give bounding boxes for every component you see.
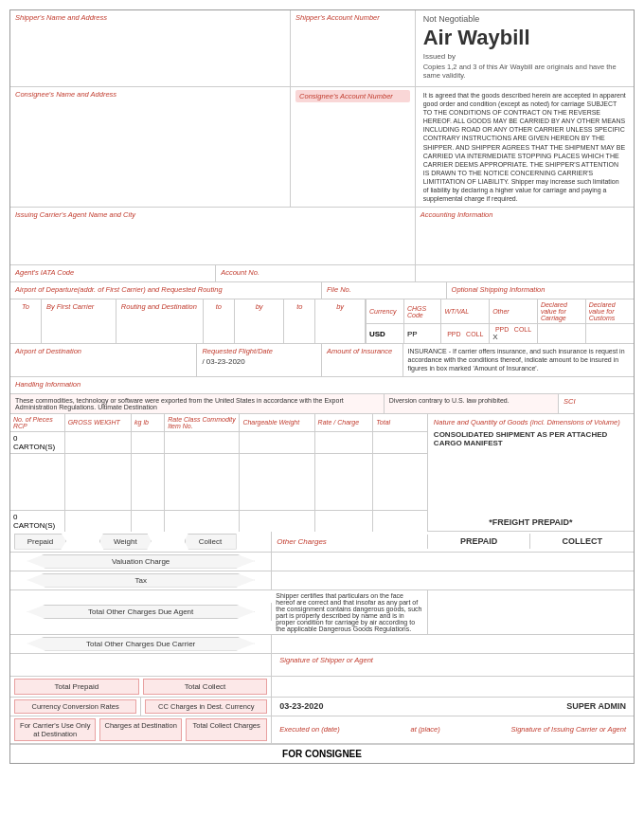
amount-insurance-label: Amount of Insurance — [327, 347, 398, 355]
awb-form: Shipper's Name and Address Shipper's Acc… — [9, 9, 635, 764]
by2-label: by — [240, 302, 279, 311]
total-header: Total — [373, 414, 427, 432]
currency-value: USD — [367, 324, 403, 344]
diversion-text: Diversion contrary to U.S. law prohibite… — [389, 397, 553, 404]
declared-carriage-label: Declared value for Carriage — [541, 301, 582, 321]
rate-class-header: Rate Class Commodity Item No. — [165, 414, 240, 432]
valuation-charge-arrow: Valuation Charge — [27, 554, 255, 569]
total-collect-label: Total Collect — [143, 679, 268, 695]
signature-shipper-label: Signature of Shipper or Agent — [279, 656, 626, 664]
shippers-account-label: Shipper's Account Number — [295, 13, 410, 22]
requested-flight-label: Requested Flight/Date — [202, 347, 316, 355]
coll-label: COLL — [466, 331, 483, 337]
cc-charges-label: CC Charges in Dest. Currency — [145, 699, 267, 714]
copies-text: Copies 1,2 and 3 of this Air Waybill are… — [423, 63, 626, 80]
wt-val-label: WT/VAL — [444, 308, 486, 315]
to2-label: to — [208, 302, 229, 311]
super-admin-label: SUPER ADMIN — [566, 701, 626, 711]
total-prepaid-label: Total Prepaid — [14, 679, 139, 695]
airport-dest-label: Airport of Destination — [15, 347, 191, 355]
conditions-text: It is agreed that the goods described he… — [423, 91, 626, 203]
routing-dest-label: Routing and Destination — [121, 302, 198, 311]
issued-by: Issued by — [423, 52, 626, 61]
file-no-label: File No. — [327, 285, 441, 294]
other-label: Other — [492, 308, 534, 315]
no-pieces-header: No. of Pieces RCP — [10, 414, 64, 432]
accounting-label: Accounting Information — [420, 210, 629, 219]
consignees-name-label: Consignee's Name and Address — [15, 90, 285, 99]
charges-dest-label: Charges at Destination — [99, 718, 181, 741]
consignees-account-label: Consignee's Account Number — [295, 90, 410, 102]
optional-shipping-label: Optional Shipping Information — [452, 285, 629, 294]
insurance-text: INSURANCE - If carrier offers insurance,… — [408, 347, 629, 372]
nature-goods-label: Nature and Quantity of Goods (incl. Dime… — [434, 418, 628, 426]
chgs-code-label: CHGS Code — [407, 305, 438, 318]
prepaid-header: PREPAID — [433, 536, 526, 546]
tax-arrow: Tax — [27, 573, 255, 588]
x-label: X — [492, 333, 534, 341]
weight-arrow: Weight — [99, 534, 152, 550]
for-consignee: FOR CONSIGNEE — [10, 744, 634, 763]
by3-label: by — [320, 302, 360, 311]
danger-text: Shipper certifies that particulars on th… — [276, 592, 423, 632]
issuing-carrier-label: Issuing Carrier's Agent Name and City — [15, 210, 410, 219]
ppd-label: PPD — [447, 331, 460, 337]
not-negotiable: Not Negotiable — [423, 14, 626, 24]
currency-conversion-label: Currency Conversion Rates — [14, 699, 136, 714]
kg-lb-header: kg lb — [132, 414, 165, 432]
total-other-agent-arrow: Total Other Charges Due Agent — [27, 605, 255, 619]
handling-label: Handling Information — [15, 380, 629, 389]
no-pieces-value2: 0 CARTON(S) — [10, 510, 64, 532]
at-place-label: at (place) — [411, 725, 440, 734]
signature-issuing-label: Signature of Issuing Carrier or Agent — [511, 725, 626, 734]
execution-date: 03-23-2020 — [279, 701, 323, 711]
coll2-label: COLL — [514, 326, 531, 333]
to3-label: to — [289, 302, 310, 311]
total-other-carrier-arrow: Total Other Charges Due Carrier — [27, 637, 255, 651]
flight-date: / 03-23-2020 — [202, 357, 316, 366]
shippers-name-label: Shipper's Name and Address — [15, 13, 285, 22]
no-pieces-value: 0 CARTON(S) — [10, 431, 64, 453]
currency-label: Currency — [369, 308, 401, 315]
consolidated-text: CONSOLIDATED SHIPMENT AS PER ATTACHED CA… — [434, 430, 628, 447]
ppd2-label: PPD — [495, 326, 509, 333]
chargeable-weight-header: Chargeable Weight — [240, 414, 314, 432]
airport-departure-label: Airport of Departure(addr. of First Carr… — [15, 285, 316, 294]
pp-label: PP — [403, 324, 440, 344]
to-label: To — [15, 302, 36, 311]
account-no-label: Account No. — [221, 268, 410, 277]
executed-on-label: Executed on (date) — [279, 725, 339, 734]
agent-iata-label: Agent's IATA Code — [15, 268, 210, 277]
export-text: These commodities, technology or softwar… — [15, 397, 379, 410]
by-first-carrier-label: By First Carrier — [46, 302, 111, 311]
sci-label: SCI — [564, 397, 629, 406]
total-collect-charges-label: Total Collect Charges — [186, 718, 267, 741]
carrier-use-label: For Carrier's Use Only at Destination — [14, 718, 96, 741]
collect-arrow: Collect — [185, 534, 237, 550]
collect-header: COLLECT — [535, 536, 629, 546]
gross-weight-header: GROSS WEIGHT — [64, 414, 131, 432]
rate-charge-header: Rate / Charge — [314, 414, 373, 432]
prepaid-arrow: Prepaid — [14, 534, 66, 550]
freight-prepaid: *FREIGHT PREPAID* — [434, 517, 628, 527]
awb-title: Air Waybill — [423, 26, 626, 50]
declared-customs-label: Declared value for Customs — [589, 301, 631, 321]
other-charges-label: Other Charges — [277, 537, 422, 546]
